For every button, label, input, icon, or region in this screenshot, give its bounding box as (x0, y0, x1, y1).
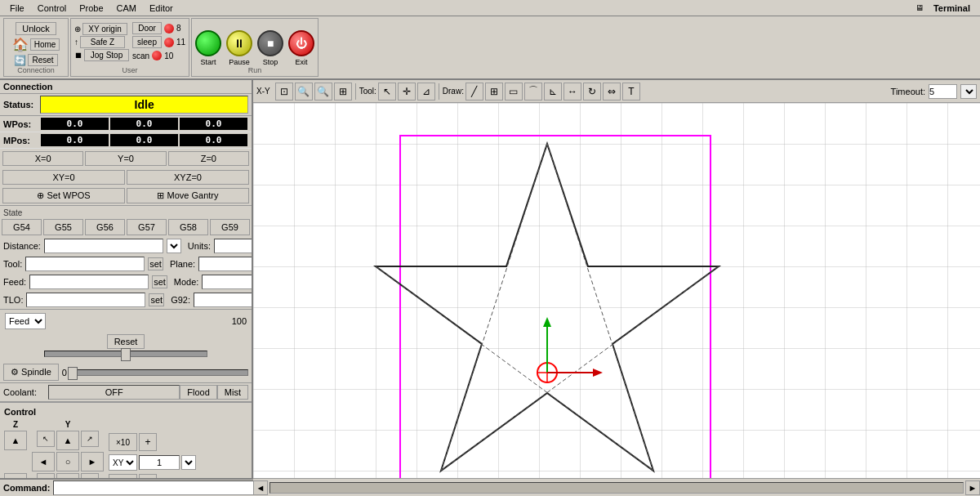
tool-set-button[interactable]: set (148, 257, 163, 270)
g54-tab[interactable]: G54 (2, 219, 42, 235)
door-button[interactable]: Door (132, 22, 162, 34)
mode-input[interactable] (202, 275, 253, 289)
tlo-set-button[interactable]: set (149, 293, 164, 306)
menu-control[interactable]: Control (31, 2, 73, 15)
unlock-button[interactable]: Unlock (16, 22, 56, 35)
set-wpos-button[interactable]: ⊕ Set WPOS (2, 188, 125, 203)
x0-button[interactable]: X=0 (2, 151, 83, 166)
led-scan (152, 51, 162, 60)
xy-origin-button[interactable]: XY origin (82, 23, 127, 35)
menu-cam[interactable]: CAM (110, 2, 143, 15)
distance-input[interactable] (44, 239, 163, 253)
z-up-button[interactable]: ▲ (4, 431, 27, 450)
wpos-y: 0.0 (110, 118, 178, 130)
fit-view-button[interactable]: ⊡ (275, 83, 293, 101)
safe-z-button[interactable]: Safe Z (80, 36, 125, 48)
distance-select[interactable]: ▼ (167, 239, 181, 253)
g57-tab[interactable]: G57 (127, 219, 167, 235)
draw-mirror-button[interactable]: ⇔ (603, 83, 621, 101)
mpos-z: 0.0 (180, 134, 247, 146)
stop-button[interactable]: ■ (257, 30, 283, 56)
y-ul-button[interactable]: ↖ (37, 431, 55, 447)
spindle-slider-thumb[interactable] (68, 367, 78, 380)
y-up-button[interactable]: ▲ (56, 431, 79, 450)
z-spacer (4, 452, 27, 471)
menu-bar: File Control Probe CAM Editor 🖥 Terminal (0, 0, 980, 16)
draw-path-button[interactable]: ⌒ (524, 83, 542, 101)
drawing-area[interactable] (253, 103, 980, 478)
start-button[interactable] (195, 30, 221, 56)
x10-button[interactable]: ×10 (109, 433, 137, 451)
menu-file[interactable]: File (3, 2, 31, 15)
xy-center-button[interactable]: ○ (56, 452, 79, 471)
status-bar: Status: Idle (0, 94, 252, 116)
scroll-track[interactable] (270, 482, 964, 494)
g59-tab[interactable]: G59 (210, 219, 250, 235)
feed-slider-track[interactable] (44, 351, 207, 357)
xyz0-button[interactable]: XYZ=0 (127, 170, 249, 185)
reset-button[interactable]: Reset (28, 54, 57, 66)
feed-set-button[interactable]: set (152, 275, 167, 288)
plane-label: Plane: (170, 259, 195, 269)
draw-rect-button[interactable]: ▭ (505, 83, 523, 101)
mpos-row: MPos: 0.0 0.0 0.0 (0, 132, 252, 149)
spindle-button[interactable]: ⚙ Spindle (3, 364, 59, 381)
g92-input[interactable] (194, 293, 253, 307)
timeout-select[interactable]: ▼ (960, 84, 977, 99)
pause-button[interactable]: ⏸ (226, 30, 252, 56)
units-input[interactable] (214, 239, 253, 253)
user-section: ⊕ XY origin ↑ Safe Z ⏹ Jog Stop Door (70, 18, 189, 77)
draw-grid-button[interactable]: ⊞ (485, 83, 503, 101)
g55-tab[interactable]: G55 (43, 219, 83, 235)
mist-button[interactable]: Mist (217, 385, 248, 400)
jog-stop-button[interactable]: Jog Stop (84, 49, 129, 61)
feed-mode-select[interactable]: Feed (5, 313, 46, 329)
mpos-x: 0.0 (41, 134, 109, 146)
zoom-in-button[interactable]: 🔍 (295, 83, 313, 101)
step-value-input[interactable]: 1 (139, 455, 180, 470)
canvas-svg[interactable] (253, 103, 980, 478)
step-select[interactable]: ▼ (181, 455, 196, 470)
feed-input[interactable] (29, 275, 149, 289)
g56-tab[interactable]: G56 (85, 219, 125, 235)
move-gantry-button[interactable]: ⊞ Move Gantry (127, 188, 249, 203)
z0-button[interactable]: Z=0 (168, 151, 249, 166)
draw-transform-button[interactable]: ↔ (564, 83, 581, 101)
feed-row-form: Feed: set Mode: ▼ (0, 273, 252, 291)
exit-button[interactable]: ⏻ (288, 30, 314, 56)
y-ur-button[interactable]: ↗ (81, 431, 99, 447)
x-left-button[interactable]: ◄ (32, 452, 55, 471)
spindle-icon: ⚙ (11, 367, 19, 377)
xy0-button[interactable]: XY=0 (2, 170, 125, 185)
zoom-out-button[interactable]: 🔍 (314, 83, 332, 101)
home-button[interactable]: Home (30, 38, 60, 51)
sleep-button[interactable]: sleep (132, 36, 162, 48)
move-tool-button[interactable]: ✛ (398, 83, 416, 101)
x-right-button[interactable]: ► (81, 452, 104, 471)
flood-button[interactable]: Flood (180, 385, 217, 400)
grid-button[interactable]: ⊞ (334, 83, 352, 101)
y0-button[interactable]: Y=0 (85, 151, 166, 166)
wpos-row: WPos: 0.0 0.0 0.0 (0, 116, 252, 132)
draw-line-button[interactable]: ╱ (466, 83, 483, 101)
menu-probe[interactable]: Probe (73, 2, 109, 15)
plane-input[interactable] (198, 257, 253, 271)
select-tool-button[interactable]: ↖ (378, 83, 396, 101)
menu-editor[interactable]: Editor (143, 2, 180, 15)
draw-text-button[interactable]: T (622, 83, 640, 101)
timeout-input[interactable]: 5 (929, 84, 957, 99)
plus-step-button[interactable]: + (139, 433, 157, 451)
tool-input[interactable] (25, 257, 145, 271)
scroll-right-button[interactable]: ► (965, 480, 980, 495)
draw-shape-button[interactable]: ⊾ (544, 83, 562, 101)
draw-rotate-button[interactable]: ↻ (583, 83, 601, 101)
reset-rate-button[interactable]: Reset (107, 334, 145, 349)
feed-slider-thumb[interactable] (121, 348, 131, 361)
connection-label: Connection (4, 66, 68, 74)
tlo-input[interactable] (26, 293, 145, 307)
g58-tab[interactable]: G58 (168, 219, 208, 235)
spindle-slider-track[interactable] (70, 369, 248, 376)
scroll-left-button[interactable]: ◄ (253, 480, 268, 495)
xy-mode-select[interactable]: XY (109, 454, 137, 471)
measure-tool-button[interactable]: ⊿ (417, 83, 435, 101)
